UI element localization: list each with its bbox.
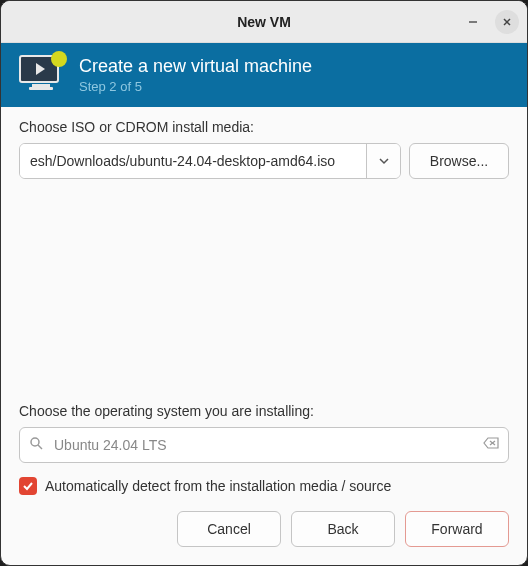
- cancel-button[interactable]: Cancel: [177, 511, 281, 547]
- titlebar: New VM: [1, 1, 527, 43]
- content-area: Choose ISO or CDROM install media: Brows…: [1, 107, 527, 511]
- autodetect-label: Automatically detect from the installati…: [45, 478, 391, 494]
- svg-point-3: [31, 438, 39, 446]
- banner-text: Create a new virtual machine Step 2 of 5: [79, 56, 312, 94]
- svg-line-4: [38, 445, 42, 449]
- media-dropdown-button[interactable]: [366, 144, 400, 178]
- chevron-down-icon: [378, 155, 390, 167]
- checkmark-icon: [22, 480, 34, 492]
- os-search-wrap: [19, 427, 509, 463]
- vm-monitor-icon: [19, 55, 63, 95]
- back-button[interactable]: Back: [291, 511, 395, 547]
- wizard-banner: Create a new virtual machine Step 2 of 5: [1, 43, 527, 107]
- window-controls: [461, 10, 519, 34]
- window-title: New VM: [237, 14, 291, 30]
- os-label: Choose the operating system you are inst…: [19, 403, 509, 419]
- spacer: [19, 179, 509, 395]
- os-search-input[interactable]: [19, 427, 509, 463]
- os-section: Choose the operating system you are inst…: [19, 403, 509, 511]
- banner-step: Step 2 of 5: [79, 79, 312, 94]
- footer-buttons: Cancel Back Forward: [1, 511, 527, 565]
- clear-input-icon[interactable]: [483, 436, 499, 454]
- media-row: Browse...: [19, 143, 509, 179]
- close-button[interactable]: [495, 10, 519, 34]
- media-label: Choose ISO or CDROM install media:: [19, 119, 509, 135]
- media-path-input[interactable]: [20, 144, 366, 178]
- forward-button[interactable]: Forward: [405, 511, 509, 547]
- autodetect-row: Automatically detect from the installati…: [19, 477, 509, 495]
- banner-title: Create a new virtual machine: [79, 56, 312, 77]
- browse-button[interactable]: Browse...: [409, 143, 509, 179]
- minimize-icon: [468, 17, 478, 27]
- autodetect-checkbox[interactable]: [19, 477, 37, 495]
- media-combo: [19, 143, 401, 179]
- close-icon: [502, 17, 512, 27]
- new-vm-window: New VM Create a new virtual machine Step…: [0, 0, 528, 566]
- search-icon: [29, 436, 43, 454]
- minimize-button[interactable]: [461, 10, 485, 34]
